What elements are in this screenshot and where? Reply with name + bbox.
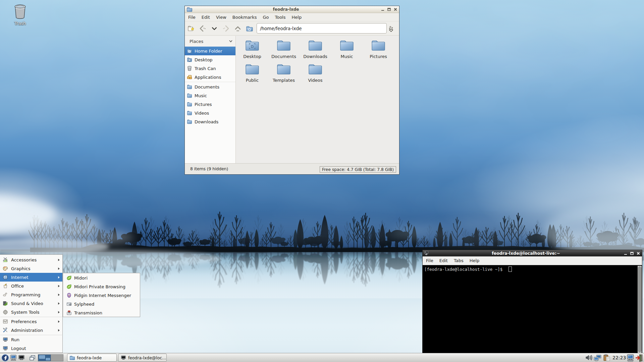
fm-menu-tools[interactable]: Tools [272,14,288,21]
terminal-menu-tabs[interactable]: Tabs [451,257,467,264]
jump-to-button[interactable] [385,24,397,35]
places-header-label: Places [190,39,203,44]
fm-menu-edit[interactable]: Edit [199,14,213,21]
display-tray-icon[interactable] [626,353,635,362]
submenu-item-midori-private[interactable]: Midori Private Browsing [63,282,140,291]
place-documents[interactable]: Documents [185,82,235,91]
folder-item-documents[interactable]: Documents [268,39,300,59]
menu-item-accessories[interactable]: Accessories [0,255,62,264]
launcher-pc[interactable] [10,353,17,362]
place-pictures[interactable]: Pictures [185,100,235,109]
terminal-maximize-button[interactable] [630,251,634,255]
iconify-all-button[interactable] [28,353,36,362]
fm-menu-bookmarks[interactable]: Bookmarks [229,14,260,21]
submenu-item-pidgin[interactable]: Pidgin Internet Messenger [63,291,140,300]
place-videos[interactable]: Videos [185,109,235,117]
pager-desktop-1[interactable] [38,355,51,361]
chevron-down-icon [211,25,218,32]
place-trash-can[interactable]: Trash Can [185,64,235,73]
menu-item-sound-video[interactable]: Sound & Video [0,299,62,308]
fedora-logo-icon [2,354,9,361]
terminal-titlebar[interactable]: feodra-lxde@localhost-live:~ [423,250,642,256]
submenu-item-midori[interactable]: Midori [63,274,140,282]
terminal-menu-edit[interactable]: Edit [436,257,451,264]
submenu-item-transmission[interactable]: Transmission [63,308,140,317]
folder-item-pictures[interactable]: Pictures [363,39,394,59]
launcher-terminal[interactable] [18,353,25,362]
graphics-icon [3,266,8,271]
folder-icon [245,63,260,75]
menu-item-office[interactable]: Office [0,282,62,290]
up-button[interactable] [232,23,244,34]
new-tab-icon [187,24,195,33]
folder-icon [308,39,323,52]
applications-icon [187,74,192,80]
desktop-pager[interactable] [38,354,63,361]
place-applications[interactable]: Applications [185,73,235,81]
new-tab-button[interactable] [185,23,197,34]
clipboard-tray-icon[interactable] [602,353,611,362]
run-icon [3,337,8,342]
place-home-folder[interactable]: Home Folder [185,47,235,55]
fm-titlebar[interactable]: feodra-lxde [185,6,399,13]
desktop-trash-icon[interactable]: Trash [9,3,31,26]
menu-item-programming[interactable]: Programming [0,290,62,299]
fm-menu-help[interactable]: Help [289,14,305,21]
start-menu-button[interactable] [1,353,9,362]
scrollbar-thumb[interactable] [638,266,641,352]
volume-icon [585,354,593,361]
home-button[interactable] [244,23,255,34]
menu-item-internet[interactable]: Internet [0,273,62,282]
folder-item-downloads[interactable]: Downloads [300,39,331,59]
terminal-close-button[interactable] [636,251,640,255]
fm-maximize-button[interactable] [387,8,391,11]
fm-minimize-button[interactable] [381,8,384,11]
terminal-window-title: feodra-lxde@localhost-live:~ [430,250,622,256]
place-desktop[interactable]: Desktop [185,55,235,64]
fm-menu-file[interactable]: File [185,14,199,21]
terminal-body[interactable]: [feodra-lxde@localhost-live ~]$ [423,265,642,353]
terminal-scrollbar[interactable] [638,266,642,353]
system-tools-icon [3,309,8,315]
folder-icon [187,119,192,124]
up-icon [234,24,242,33]
menu-item-administration[interactable]: Administration [0,326,62,335]
folder-icon [276,39,291,52]
task-button-terminal[interactable]: feodra-lxde@loc… [118,354,167,362]
fm-icon-view[interactable]: Desktop Documents Downloads Music Pictur… [236,36,399,163]
fm-menu-go[interactable]: Go [260,14,272,21]
menu-item-system-tools[interactable]: System Tools [0,308,62,316]
folder-item-music[interactable]: Music [331,39,363,59]
task-button-file-manager[interactable]: feodra-lxde [67,354,117,362]
terminal-menu-help[interactable]: Help [467,257,483,264]
logout-tray-button[interactable] [635,353,644,362]
history-dropdown-button[interactable] [208,23,220,34]
fm-menu-view[interactable]: View [213,14,229,21]
taskbar: feodra-lxde feodra-lxde@loc… 22:23 [0,353,644,362]
folder-item-public[interactable]: Public [236,63,268,83]
folder-item-templates[interactable]: Templates [268,63,300,83]
menu-item-logout[interactable]: Logout [0,344,62,353]
menu-item-run[interactable]: Run [0,335,62,344]
submenu-arrow-icon [58,267,60,270]
forward-button[interactable] [220,23,232,34]
menu-item-graphics[interactable]: Graphics [0,264,62,273]
menu-item-preferences[interactable]: Preferences [0,317,62,326]
fm-places-sidebar: Places Home Folder Desktop Trash Can App… [185,36,236,163]
places-header[interactable]: Places [185,36,235,47]
taskbar-clock[interactable]: 22:23 [612,353,626,362]
terminal-minimize-button[interactable] [624,251,627,255]
folder-item-desktop[interactable]: Desktop [236,39,268,59]
back-button[interactable] [197,23,208,34]
place-downloads[interactable]: Downloads [185,117,235,126]
submenu-item-sylpheed[interactable]: Sylpheed [63,300,140,308]
fm-close-button[interactable] [393,8,397,11]
pager-desktop-2[interactable] [51,355,63,361]
place-music[interactable]: Music [185,91,235,100]
terminal-menu-file[interactable]: File [423,257,436,264]
network-tray-icon[interactable] [593,353,602,362]
folder-item-videos[interactable]: Videos [300,63,331,83]
status-free-space: Free space: 4.7 GiB (Total: 7.8 GiB) [320,166,396,173]
volume-tray-icon[interactable] [584,353,593,362]
path-bar[interactable]: /home/feodra-lxde [257,23,387,34]
